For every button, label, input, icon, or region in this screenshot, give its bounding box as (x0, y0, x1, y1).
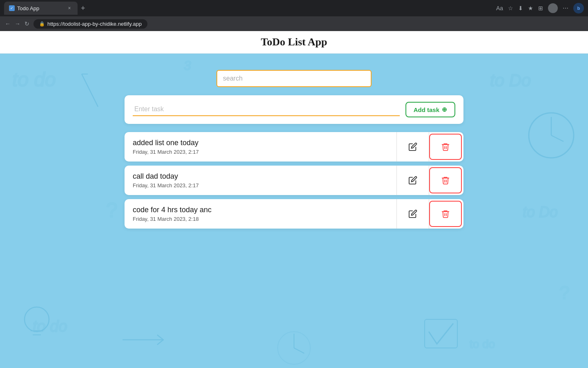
task-date-0: Friday, 31 March 2023, 2:17 (133, 149, 388, 155)
delete-icon (441, 176, 450, 185)
delete-icon (441, 209, 450, 218)
add-task-area: Add task ⊕ (125, 95, 463, 124)
favorites-icon[interactable]: ☆ (508, 5, 513, 11)
bing-button[interactable]: b (573, 3, 584, 13)
edit-task-button-2[interactable] (396, 199, 429, 229)
add-task-card: Add task ⊕ (125, 95, 463, 124)
task-date-2: Friday, 31 March 2023, 2:18 (133, 216, 388, 222)
edit-task-button-0[interactable] (396, 132, 429, 162)
task-item: code for 4 hrs today anc Friday, 31 Marc… (125, 199, 463, 229)
tab-bar: ✓ Todo App × + (4, 2, 493, 15)
svg-text:?: ? (559, 282, 570, 303)
svg-text:to do: to do (470, 338, 495, 350)
task-date-1: Friday, 31 March 2023, 2:17 (133, 182, 388, 188)
search-container (216, 70, 372, 87)
task-name-0: added list one today (133, 139, 388, 147)
page-title: ToDo List App (261, 36, 327, 48)
user-avatar[interactable] (548, 3, 558, 13)
active-tab[interactable]: ✓ Todo App × (4, 2, 78, 15)
delete-task-button-2[interactable] (429, 201, 462, 227)
add-task-icon: ⊕ (442, 106, 447, 113)
forward-button[interactable]: → (15, 20, 20, 27)
svg-line-18 (294, 348, 304, 353)
reload-button[interactable]: ↻ (24, 20, 29, 27)
app-content: Add task ⊕ added list one today Friday, … (0, 54, 588, 229)
read-aloud-icon[interactable]: Aa (496, 5, 503, 11)
browser-view-icon[interactable]: ⊞ (538, 5, 543, 11)
task-item: added list one today Friday, 31 March 20… (125, 132, 463, 162)
task-item: call dad today Friday, 31 March 2023, 2:… (125, 166, 463, 195)
svg-text:to do: to do (33, 318, 67, 335)
edit-icon (408, 209, 417, 218)
add-task-button[interactable]: Add task ⊕ (405, 102, 455, 117)
edit-task-button-1[interactable] (396, 166, 429, 195)
tab-title: Todo App (17, 5, 39, 11)
app-body: to do to Do to do to Do 3 to do (0, 54, 588, 368)
task-info-1: call dad today Friday, 31 March 2023, 2:… (125, 166, 396, 195)
address-bar: ← → ↻ 🔒 https://todolist-app-by-chidike.… (0, 16, 588, 31)
task-input[interactable] (133, 103, 400, 116)
edit-icon (408, 142, 417, 151)
task-info-2: code for 4 hrs today anc Friday, 31 Marc… (125, 199, 396, 229)
back-button[interactable]: ← (5, 20, 11, 27)
task-actions-2 (396, 199, 463, 229)
delete-task-button-1[interactable] (429, 167, 462, 193)
task-name-2: code for 4 hrs today anc (133, 206, 388, 214)
lock-icon: 🔒 (39, 21, 45, 27)
task-list: added list one today Friday, 31 March 20… (125, 132, 463, 229)
address-field[interactable]: 🔒 https://todolist-app-by-chidike.netlif… (33, 19, 147, 29)
task-name-1: call dad today (133, 172, 388, 181)
app-header: ToDo List App (0, 31, 588, 54)
browser-chrome: ✓ Todo App × + Aa ☆ ⬇ ★ ⊞ ⋯ b (0, 0, 588, 16)
new-tab-button[interactable]: + (81, 4, 85, 13)
delete-icon (441, 142, 450, 151)
browser-controls: Aa ☆ ⬇ ★ ⊞ ⋯ b (496, 3, 584, 13)
task-actions-0 (396, 132, 463, 162)
task-info-0: added list one today Friday, 31 March 20… (125, 132, 396, 162)
tab-close-button[interactable]: × (66, 5, 73, 11)
url-text: https://todolist-app-by-chidike.netlify.… (47, 21, 142, 27)
search-input[interactable] (216, 70, 372, 87)
more-options-icon[interactable]: ⋯ (563, 5, 568, 11)
download-icon[interactable]: ⬇ (518, 5, 523, 11)
edit-icon (408, 176, 417, 185)
collections-icon[interactable]: ★ (528, 5, 533, 11)
task-actions-1 (396, 166, 463, 195)
add-task-label: Add task (414, 106, 439, 113)
delete-task-button-0[interactable] (429, 134, 462, 160)
tab-favicon: ✓ (9, 5, 15, 11)
